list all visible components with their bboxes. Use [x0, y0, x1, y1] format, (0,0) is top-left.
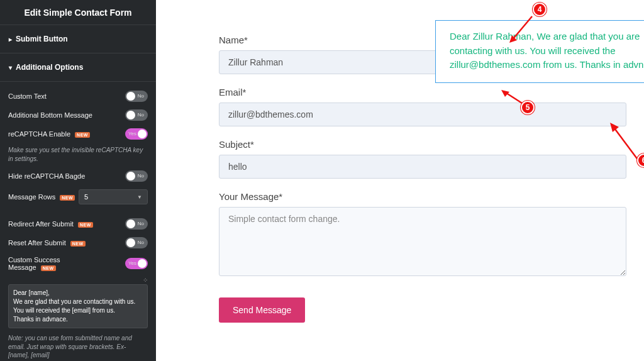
toggle-custom-success[interactable]: Yes	[125, 258, 148, 269]
message-rows-select[interactable]: 5 ▼	[79, 189, 148, 204]
callout-text: Dear Zillur Rahman, We are glad that you…	[450, 30, 644, 72]
dynamic-tags-icon[interactable]: ⁘	[8, 275, 148, 284]
caret-right-icon: ▸	[9, 36, 12, 43]
toggle-state: Yes	[128, 260, 136, 266]
field-message: Your Message*	[219, 191, 626, 279]
option-label: Additional Bottom Message	[8, 111, 92, 119]
annotation-arrow-icon	[508, 15, 533, 43]
toggle-state: Yes	[128, 131, 136, 136]
email-label: Email*	[219, 87, 626, 97]
section-submit-button[interactable]: ▸ Submit Button	[0, 25, 156, 53]
option-custom-text: Custom Text No	[8, 87, 148, 106]
option-label: Hide reCAPTCHA Bagde	[8, 172, 85, 180]
subject-input[interactable]	[219, 155, 626, 179]
message-label: Your Message*	[219, 191, 626, 202]
option-label: Message Rows NEW	[8, 193, 75, 201]
caret-down-icon: ▾	[9, 64, 12, 71]
toggle-knob-icon	[126, 92, 135, 101]
field-email: Email*	[219, 87, 626, 126]
option-label: Custom Success Message NEW	[8, 256, 90, 271]
section-label: Additional Options	[16, 63, 83, 72]
template-note: Note: you can use form submitted name an…	[8, 334, 148, 360]
chevron-down-icon: ▼	[137, 194, 142, 200]
section-label: Submit Button	[16, 35, 68, 43]
toggle-knob-icon	[138, 130, 147, 138]
option-redirect: Redirect After Submit NEW No	[8, 214, 148, 233]
option-hide-badge: Hide reCAPTCHA Bagde No	[8, 167, 148, 186]
recaptcha-hint: Make sure you set the invisible reCAPTCH…	[8, 146, 148, 163]
option-label-text: Redirect After Submit	[8, 220, 74, 228]
success-message-template-input[interactable]	[8, 284, 148, 328]
toggle-state: No	[138, 221, 144, 226]
success-message-callout: Dear Zillur Rahman, We are glad that you…	[435, 20, 644, 83]
option-label: Redirect After Submit NEW	[8, 220, 93, 228]
option-additional-bottom: Additional Bottom Message No	[8, 106, 148, 125]
annotation-marker-4: 4	[533, 3, 547, 16]
toggle-knob-icon	[126, 111, 135, 119]
svg-line-4	[613, 126, 640, 163]
toggle-state: No	[138, 240, 144, 245]
toggle-knob-icon	[138, 259, 147, 268]
svg-line-0	[512, 16, 532, 40]
option-label-text: reCAPTCHA Enable	[8, 130, 70, 138]
toggle-custom-text[interactable]: No	[125, 91, 148, 102]
annotation-marker-5: 5	[521, 101, 535, 114]
toggle-state: No	[138, 173, 144, 179]
toggle-additional-bottom[interactable]: No	[125, 109, 148, 121]
email-input[interactable]	[219, 103, 626, 126]
badge-new: NEW	[75, 132, 90, 138]
option-message-rows: Message Rows NEW 5 ▼	[8, 186, 148, 208]
badge-new: NEW	[60, 195, 75, 201]
option-recaptcha-enable: reCAPTCHA Enable NEW Yes	[8, 125, 148, 143]
toggle-knob-icon	[126, 238, 135, 247]
option-label: reCAPTCHA Enable NEW	[8, 130, 90, 138]
toggle-recaptcha[interactable]: Yes	[125, 128, 148, 140]
send-message-button[interactable]: Send Message	[219, 297, 305, 323]
toggle-reset[interactable]: No	[125, 237, 148, 248]
option-label-text: Reset After Submit	[8, 239, 66, 247]
select-value: 5	[84, 193, 88, 201]
preview-canvas: Name* Email* Subject* Your Message* Send…	[156, 0, 644, 361]
badge-new: NEW	[78, 222, 93, 228]
panel-title: Edit Simple Contact Form	[0, 0, 156, 25]
badge-new: NEW	[70, 241, 86, 247]
subject-label: Subject*	[219, 139, 626, 150]
toggle-knob-icon	[126, 219, 135, 228]
toggle-knob-icon	[126, 172, 135, 181]
option-label-text: Message Rows	[8, 193, 55, 201]
option-custom-success: Custom Success Message NEW Yes	[8, 252, 148, 275]
additional-options-body: Custom Text No Additional Bottom Message…	[0, 82, 156, 361]
message-input[interactable]	[219, 207, 626, 276]
toggle-state: No	[138, 112, 144, 118]
toggle-redirect[interactable]: No	[125, 218, 148, 230]
badge-new: NEW	[41, 265, 56, 271]
toggle-hide-badge[interactable]: No	[125, 170, 148, 182]
settings-sidebar: Edit Simple Contact Form ▸ Submit Button…	[0, 0, 156, 361]
toggle-state: No	[138, 93, 144, 99]
option-label: Custom Text	[8, 92, 47, 100]
svg-marker-5	[610, 123, 619, 132]
field-subject: Subject*	[219, 139, 626, 179]
option-reset: Reset After Submit NEW No	[8, 233, 148, 252]
option-label: Reset After Submit NEW	[8, 239, 86, 247]
section-additional-options[interactable]: ▾ Additional Options	[0, 53, 156, 82]
